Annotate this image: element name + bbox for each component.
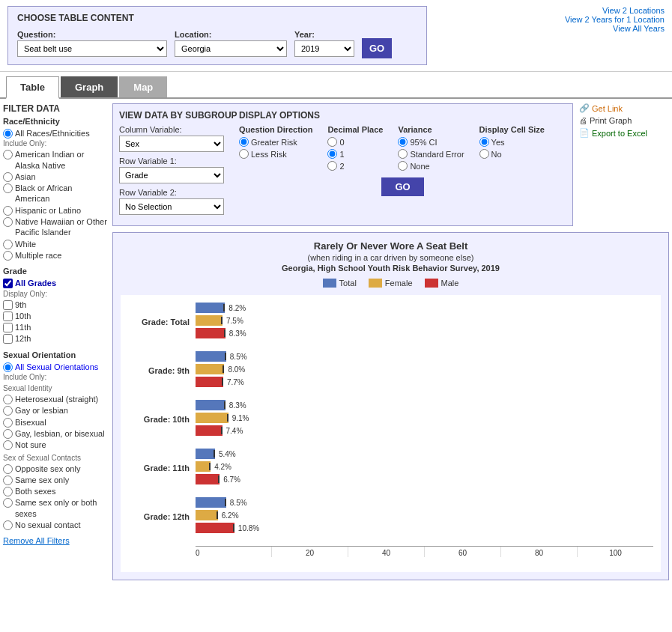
- race-black-radio[interactable]: [3, 183, 13, 193]
- orientation-gay-bisexual-radio[interactable]: [3, 429, 13, 439]
- decimal-2-radio[interactable]: [327, 161, 337, 171]
- chart-source: Georgia, High School Youth Risk Behavior…: [121, 264, 661, 273]
- error-bar-2-1: [227, 414, 228, 422]
- variance-none-radio[interactable]: [398, 161, 408, 171]
- remove-filters-link[interactable]: Remove All Filters: [3, 536, 108, 545]
- orientation-hetero-radio[interactable]: [3, 395, 13, 404]
- grade-11th-checkbox[interactable]: [3, 323, 13, 332]
- race-black-label: Black or African American: [15, 183, 108, 204]
- legend-male-label: Male: [441, 279, 459, 288]
- sex-contact-same-both-radio[interactable]: [3, 498, 13, 508]
- cellsize-yes-label: Yes: [491, 138, 505, 147]
- sex-contact-none-radio[interactable]: [3, 520, 13, 530]
- grade-11th-label: 11th: [15, 322, 31, 332]
- grade-9th-checkbox[interactable]: [3, 300, 13, 310]
- export-excel-link[interactable]: 📄 Export to Excel: [579, 128, 669, 138]
- row-var1-select[interactable]: Grade: [119, 167, 224, 183]
- race-american-indian-label: American Indian or Alaska Native: [15, 149, 108, 171]
- race-hispanic-radio[interactable]: [3, 206, 13, 216]
- location-select[interactable]: Georgia: [175, 40, 287, 57]
- bar-row-0-2: 8.3%: [196, 328, 653, 338]
- orientation-bisexual-radio[interactable]: [3, 418, 13, 428]
- error-bar-3-1: [209, 463, 211, 470]
- bar-group-label-3: Grade: 11th: [128, 464, 196, 473]
- x-tick-0: 0: [196, 547, 271, 557]
- sex-contact-same-radio[interactable]: [3, 475, 13, 485]
- qdir-less-radio[interactable]: [239, 149, 249, 159]
- orientation-notsure-radio[interactable]: [3, 440, 13, 450]
- decimal-0-radio[interactable]: [327, 137, 337, 147]
- view-2-years-link[interactable]: View 2 Years for 1 Location: [565, 15, 665, 24]
- qdir-greater-radio[interactable]: [239, 137, 249, 147]
- bar-group-3: Grade: 11th5.4%4.2%6.7%: [128, 449, 653, 487]
- tab-graph[interactable]: Graph: [61, 76, 118, 97]
- orientation-all-radio[interactable]: [3, 362, 13, 372]
- legend-total-box: [323, 279, 336, 288]
- race-american-indian-radio[interactable]: [3, 150, 13, 159]
- variance-none-label: None: [410, 162, 429, 171]
- bar-row-2-1: 9.1%: [196, 413, 653, 423]
- error-bar-0-0: [223, 304, 225, 312]
- bar-4-0: 8.5%: [196, 497, 226, 508]
- decimal-0-label: 0: [339, 138, 344, 147]
- tab-table[interactable]: Table: [6, 76, 59, 99]
- bar-label-3-0: 5.4%: [219, 450, 236, 458]
- bar-row-4-0: 8.5%: [196, 497, 653, 508]
- options-row: VIEW DATA BY SUBGROUP Column Variable: S…: [112, 103, 573, 226]
- display-cell-size-title: Display Cell Size: [479, 125, 545, 134]
- cellsize-yes-radio[interactable]: [479, 137, 489, 147]
- bar-chart: Grade: Total8.2%7.5%8.3%Grade: 9th8.5%8.…: [128, 303, 653, 535]
- bar-group-0: Grade: Total8.2%7.5%8.3%: [128, 303, 653, 341]
- bar-3-0: 5.4%: [196, 449, 215, 459]
- view-all-years-link[interactable]: View All Years: [565, 24, 665, 33]
- sex-contact-opposite-radio[interactable]: [3, 464, 13, 474]
- sexual-identity-title: Sexual Identity: [3, 384, 108, 392]
- bar-row-2-0: 8.3%: [196, 400, 653, 410]
- bar-label-2-0: 8.3%: [229, 401, 246, 410]
- bar-1-2: 7.7%: [196, 377, 223, 387]
- sex-contact-both-radio[interactable]: [3, 487, 13, 496]
- bar-label-0-1: 7.5%: [226, 317, 243, 325]
- grade-10th-label: 10th: [15, 311, 31, 321]
- row-var2-select[interactable]: No Selection: [119, 198, 224, 215]
- race-all-radio[interactable]: [3, 129, 13, 139]
- variance-se-radio[interactable]: [398, 149, 408, 159]
- orientation-bisexual-label: Bisexual: [15, 417, 46, 428]
- bar-row-2-2: 7.4%: [196, 425, 653, 436]
- question-select[interactable]: Seat belt use: [17, 40, 167, 57]
- view-2-locations-link[interactable]: View 2 Locations: [565, 6, 665, 15]
- bar-0-1: 7.5%: [196, 315, 223, 326]
- options-and-links: VIEW DATA BY SUBGROUP Column Variable: S…: [112, 103, 669, 232]
- variance-95ci-radio[interactable]: [398, 137, 408, 147]
- cellsize-no-radio[interactable]: [479, 149, 489, 159]
- get-link-link[interactable]: 🔗 Get Link: [579, 103, 669, 113]
- decimal-1-radio[interactable]: [327, 149, 337, 159]
- race-white-label: White: [15, 239, 36, 249]
- race-multiple-radio[interactable]: [3, 251, 13, 261]
- bar-label-1-0: 8.5%: [230, 353, 247, 361]
- race-asian-radio[interactable]: [3, 172, 13, 182]
- variance-95ci-label: 95% CI: [410, 138, 437, 147]
- row-var2-label: Row Variable 2:: [119, 188, 239, 197]
- bars-area-4: 8.5%6.2%10.8%: [196, 497, 653, 535]
- bar-row-3-2: 6.7%: [196, 474, 653, 484]
- bar-3-2: 6.7%: [196, 474, 220, 484]
- go-button[interactable]: GO: [362, 38, 392, 58]
- tab-map[interactable]: Map: [119, 76, 167, 97]
- display-options-section: DISPLAY OPTIONS Question Direction Great…: [239, 110, 566, 219]
- year-select[interactable]: 2019: [294, 40, 354, 57]
- print-graph-link[interactable]: 🖨 Print Graph: [579, 116, 669, 125]
- options-go-button[interactable]: GO: [381, 177, 423, 196]
- race-all-label: All Races/Ethnicities: [15, 128, 90, 139]
- location-label: Location:: [175, 30, 287, 39]
- error-bar-3-2: [218, 475, 220, 483]
- race-white-radio[interactable]: [3, 240, 13, 249]
- col-var-select[interactable]: Sex: [119, 136, 224, 152]
- grade-10th-checkbox[interactable]: [3, 312, 13, 321]
- grade-12th-checkbox[interactable]: [3, 334, 13, 344]
- error-bar-1-1: [223, 365, 224, 373]
- race-native-hawaiian-radio[interactable]: [3, 217, 13, 227]
- qdir-less-label: Less Risk: [251, 150, 287, 159]
- grade-all-checkbox[interactable]: [3, 279, 13, 288]
- orientation-gay-radio[interactable]: [3, 406, 13, 416]
